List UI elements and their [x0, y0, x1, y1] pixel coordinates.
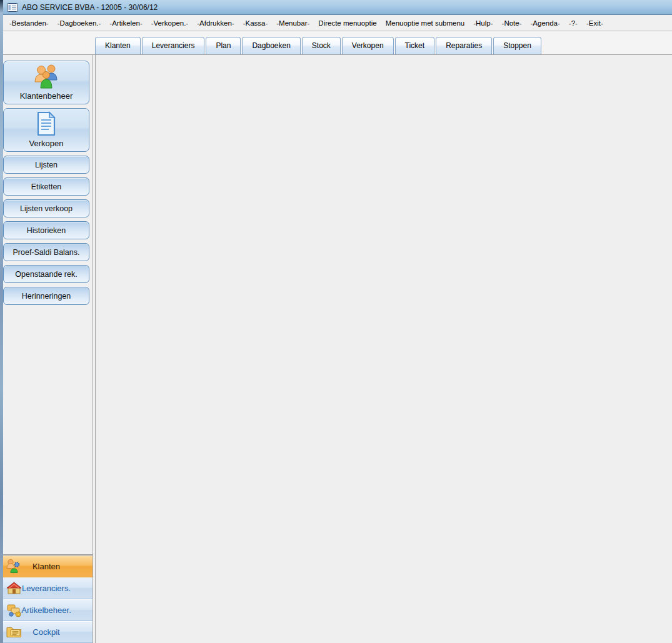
- menu-item-menuoptie-met-submenu[interactable]: Menuoptie met submenu: [381, 17, 469, 29]
- nav-item-klanten[interactable]: Klanten: [0, 556, 93, 577]
- tab-plan[interactable]: Plan: [206, 37, 241, 54]
- bottom-nav-panel: Klanten Leveranciers.: [0, 554, 93, 643]
- historieken-button[interactable]: Historieken: [3, 221, 89, 239]
- articles-icon: [6, 602, 23, 617]
- proef-saldi-balans-button-label: Proef-Saldi Balans.: [13, 248, 79, 257]
- etiketten-button-label: Etiketten: [31, 182, 62, 191]
- menu-item-kassa[interactable]: -Kassa-: [239, 17, 273, 29]
- proef-saldi-balans-button[interactable]: Proef-Saldi Balans.: [3, 243, 89, 261]
- tabstrip: Klanten Leveranciers Plan Dagboeken Stoc…: [0, 31, 672, 55]
- menu-item-bestanden[interactable]: -Bestanden-: [5, 17, 53, 29]
- main-content-area: [96, 55, 672, 643]
- klantenbeheer-button[interactable]: Klantenbeheer: [3, 61, 89, 104]
- herinneringen-button[interactable]: Herinneringen: [3, 287, 89, 305]
- tab-reparaties[interactable]: Reparaties: [436, 37, 492, 54]
- lijsten-button[interactable]: Lijsten: [3, 156, 89, 174]
- tab-leveranciers[interactable]: Leveranciers: [142, 37, 205, 54]
- menu-item-directe-menuoptie[interactable]: Directe menuoptie: [314, 17, 381, 29]
- app-window: ABO SERVICE BVBA - 12005 - 30/06/12 -Bes…: [0, 0, 672, 643]
- openstaande-rek-button[interactable]: Openstaande rek.: [3, 265, 89, 283]
- tab-dagboeken[interactable]: Dagboeken: [242, 37, 300, 54]
- nav-item-leveranciers[interactable]: Leveranciers.: [0, 577, 93, 599]
- menu-item-hulp[interactable]: -Hulp-: [469, 17, 497, 29]
- menu-item-afdrukken[interactable]: -Afdrukken-: [193, 17, 238, 29]
- sales-document-icon: [36, 111, 57, 136]
- menu-item-exit[interactable]: -Exit-: [582, 17, 608, 29]
- herinneringen-button-label: Herinneringen: [22, 292, 71, 301]
- etiketten-button[interactable]: Etiketten: [3, 177, 89, 196]
- titlebar: ABO SERVICE BVBA - 12005 - 30/06/12: [0, 0, 672, 15]
- lijsten-verkoop-button-label: Lijsten verkoop: [20, 204, 73, 213]
- customers-group-icon: [32, 63, 61, 89]
- historieken-button-label: Historieken: [27, 226, 66, 235]
- lijsten-button-label: Lijsten: [35, 161, 58, 169]
- lijsten-verkoop-button[interactable]: Lijsten verkoop: [3, 199, 89, 217]
- tab-stock[interactable]: Stock: [302, 37, 341, 54]
- tab-ticket[interactable]: Ticket: [395, 37, 435, 54]
- window-body: Klantenbeheer Verkopen Lijsten Etiketten…: [0, 55, 672, 643]
- sidebar: Klantenbeheer Verkopen Lijsten Etiketten…: [0, 55, 93, 643]
- tab-stoppen[interactable]: Stoppen: [493, 37, 541, 54]
- nav-item-artikelbeheer-label: Artikelbeheer.: [21, 606, 71, 615]
- menu-item-agenda[interactable]: -Agenda-: [526, 17, 564, 29]
- nav-item-leveranciers-label: Leveranciers.: [22, 584, 71, 593]
- window-form-icon[interactable]: [7, 3, 18, 12]
- cockpit-icon: [6, 625, 23, 639]
- sidebar-spacer: [0, 307, 93, 554]
- menu-item-help-question[interactable]: -?-: [564, 17, 582, 29]
- menu-item-artikelen[interactable]: -Artikelen-: [105, 17, 146, 29]
- nav-item-artikelbeheer[interactable]: Artikelbeheer.: [0, 599, 93, 621]
- customers-icon: [6, 559, 23, 574]
- suppliers-icon: [6, 581, 23, 596]
- window-left-border: [0, 0, 3, 643]
- window-title: ABO SERVICE BVBA - 12005 - 30/06/12: [22, 3, 158, 12]
- tab-klanten[interactable]: Klanten: [95, 37, 141, 54]
- tab-verkopen[interactable]: Verkopen: [342, 37, 394, 54]
- verkopen-button-label: Verkopen: [29, 139, 64, 148]
- menubar: -Bestanden- -Dagboeken.- -Artikelen- -Ve…: [0, 15, 672, 31]
- menu-item-note[interactable]: -Note-: [498, 17, 526, 29]
- nav-item-klanten-label: Klanten: [33, 562, 60, 571]
- klantenbeheer-button-label: Klantenbeheer: [20, 91, 73, 101]
- openstaande-rek-button-label: Openstaande rek.: [15, 270, 77, 279]
- verkopen-button[interactable]: Verkopen: [3, 108, 89, 152]
- menu-item-menubar[interactable]: -Menubar-: [272, 17, 314, 29]
- menu-item-dagboeken[interactable]: -Dagboeken.-: [53, 17, 106, 29]
- nav-item-cockpit[interactable]: Cockpit: [0, 621, 93, 643]
- nav-item-cockpit-label: Cockpit: [33, 627, 59, 637]
- menu-item-verkopen[interactable]: -Verkopen.-: [147, 17, 193, 29]
